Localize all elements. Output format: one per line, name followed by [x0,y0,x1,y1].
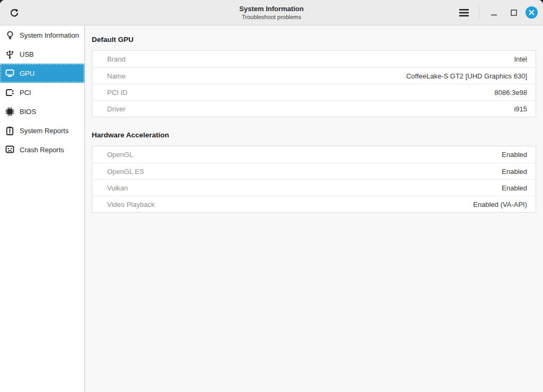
titlebar: System Information Troubleshoot problems [0,0,543,25]
minimize-button[interactable] [486,5,502,21]
sidebar-item-system-information[interactable]: System Information [0,25,84,45]
sidebar-item-crash-reports[interactable]: Crash Reports [0,140,84,159]
sidebar-item-label: Crash Reports [20,146,64,154]
table-row: PCI ID 8086:3e98 [92,84,536,100]
table-row: OpenGL ES Enabled [92,163,536,179]
row-value: 8086:3e98 [495,89,527,97]
section-heading-default-gpu: Default GPU [92,36,536,43]
row-value: Intel [514,55,527,63]
sidebar-item-label: USB [20,50,34,58]
table-row: OpenGL Enabled [92,146,536,163]
chip-icon [5,107,14,116]
row-label: PCI ID [107,89,127,97]
crash-face-icon [5,145,14,154]
system-information-window: System Information Troubleshoot problems [0,0,543,392]
main-content: Default GPU Brand Intel Name CoffeeLake-… [85,25,543,392]
row-value: Enabled [502,184,527,192]
sidebar-item-bios[interactable]: BIOS [0,102,84,121]
pci-card-icon [5,88,14,97]
row-label: Video Playback [107,201,154,208]
sidebar-item-label: BIOS [20,108,36,116]
sidebar-item-label: GPU [20,69,34,77]
titlebar-separator [479,6,479,20]
maximize-icon [511,10,517,16]
lightbulb-icon [5,31,14,40]
row-label: Driver [107,105,126,113]
row-value: CoffeeLake-S GT2 [UHD Graphics 630] [406,72,527,80]
close-icon [529,10,535,15]
clipboard-alert-icon [5,126,14,135]
sidebar-item-system-reports[interactable]: System Reports [0,121,84,140]
refresh-icon [9,7,20,18]
table-row: Brand Intel [92,51,536,67]
table-row: Name CoffeeLake-S GT2 [UHD Graphics 630] [92,67,536,84]
row-label: Name [107,72,126,80]
close-button[interactable] [526,6,538,19]
maximize-button[interactable] [506,5,522,21]
window-title: System Information [239,5,303,13]
refresh-button[interactable] [6,5,22,21]
table-row: Driver i915 [92,100,536,117]
minimize-icon [491,10,497,16]
row-label: OpenGL [107,151,133,159]
sidebar-item-gpu[interactable]: GPU [0,64,84,83]
default-gpu-table: Brand Intel Name CoffeeLake-S GT2 [UHD G… [92,50,536,117]
menu-button[interactable] [456,5,472,21]
row-label: Vulkan [107,184,128,192]
row-label: Brand [107,55,126,63]
hamburger-icon [459,9,469,16]
hardware-acceleration-table: OpenGL Enabled OpenGL ES Enabled Vulkan … [92,146,536,213]
sidebar-item-usb[interactable]: USB [0,45,84,64]
monitor-icon [5,69,14,78]
row-value: Enabled (VA-API) [473,201,527,208]
sidebar-item-label: System Information [20,31,79,39]
usb-icon [5,50,14,59]
section-heading-hardware-acceleration: Hardware Acceleration [92,131,536,139]
sidebar: System Information USB [0,25,85,392]
sidebar-item-label: PCI [20,89,31,97]
table-row: Video Playback Enabled (VA-API) [92,196,536,212]
row-label: OpenGL ES [107,168,144,176]
sidebar-item-label: System Reports [20,127,68,135]
row-value: Enabled [502,151,527,159]
sidebar-item-pci[interactable]: PCI [0,83,84,102]
row-value: i915 [514,105,527,113]
window-subtitle: Troubleshoot problems [242,13,301,21]
row-value: Enabled [502,168,527,176]
table-row: Vulkan Enabled [92,179,536,196]
